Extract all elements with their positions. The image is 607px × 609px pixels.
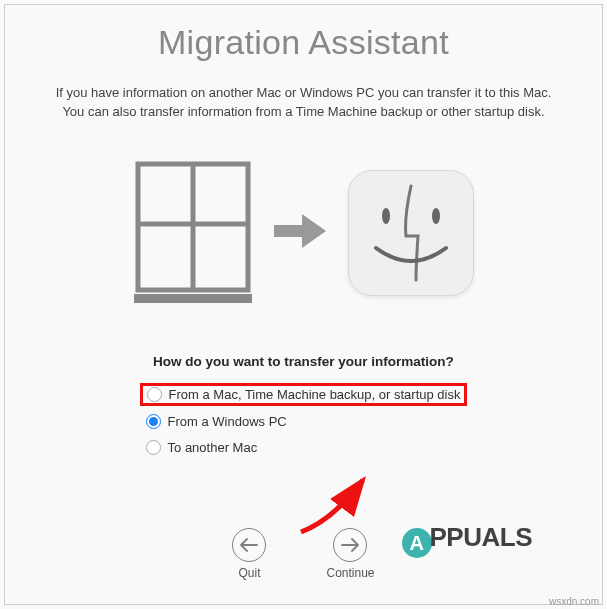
transfer-prompt: How do you want to transfer your informa… <box>153 354 454 369</box>
footer-buttons: Quit Continue <box>5 528 602 580</box>
continue-button[interactable]: Continue <box>326 528 374 580</box>
quit-label: Quit <box>238 566 260 580</box>
option-label: From a Mac, Time Machine backup, or star… <box>169 387 461 402</box>
description-line1: If you have information on another Mac o… <box>56 85 552 100</box>
svg-point-5 <box>432 208 440 224</box>
quit-button[interactable]: Quit <box>232 528 266 580</box>
continue-label: Continue <box>326 566 374 580</box>
arrow-left-icon <box>232 528 266 562</box>
description-line2: You can also transfer information from a… <box>62 104 544 119</box>
radio-icon <box>146 414 161 429</box>
option-label: To another Mac <box>168 440 258 455</box>
radio-icon <box>147 387 162 402</box>
illustration-row <box>134 160 474 306</box>
option-from-mac[interactable]: From a Mac, Time Machine backup, or star… <box>140 383 468 406</box>
transfer-options-group: From a Mac, Time Machine backup, or star… <box>140 383 468 458</box>
attribution-text: wsxdn.com <box>549 596 599 607</box>
description-text: If you have information on another Mac o… <box>26 84 582 122</box>
finder-face-icon <box>348 170 474 296</box>
option-label: From a Windows PC <box>168 414 287 429</box>
radio-icon <box>146 440 161 455</box>
window-pane-icon <box>134 160 252 306</box>
svg-point-4 <box>382 208 390 224</box>
option-from-windows-pc[interactable]: From a Windows PC <box>140 411 293 432</box>
arrow-right-icon <box>274 212 326 254</box>
arrow-right-icon <box>333 528 367 562</box>
migration-assistant-window: Migration Assistant If you have informat… <box>4 4 603 605</box>
option-to-another-mac[interactable]: To another Mac <box>140 437 264 458</box>
svg-rect-3 <box>134 294 252 303</box>
page-title: Migration Assistant <box>158 23 449 62</box>
